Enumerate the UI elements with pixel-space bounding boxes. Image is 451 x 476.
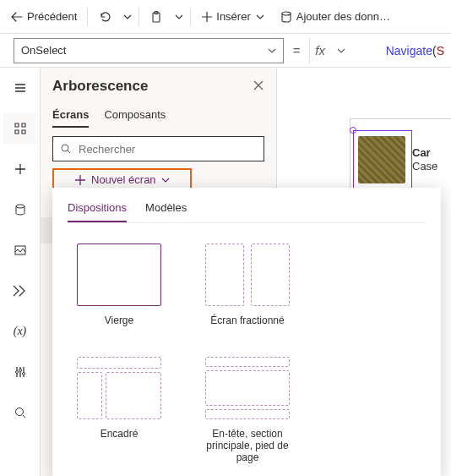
layout-label: Écran fractionné	[210, 315, 284, 326]
separator	[190, 8, 191, 26]
layout-thumb-hmf	[205, 357, 290, 419]
svg-point-9	[62, 145, 68, 151]
formula-arg: S	[437, 44, 444, 57]
clipboard-icon	[149, 10, 163, 24]
undo-menu-button[interactable]	[120, 3, 135, 30]
svg-point-3	[16, 205, 24, 208]
layout-thumb-sidebar	[77, 357, 161, 419]
rail-insert[interactable]	[3, 154, 37, 184]
separator	[87, 8, 88, 26]
rail-variables[interactable]: (x)	[3, 316, 37, 347]
chevron-down-icon	[175, 13, 183, 21]
search-icon	[60, 143, 72, 155]
equals-label: =	[291, 43, 302, 57]
rail-power-automate[interactable]	[3, 276, 37, 306]
rail-data[interactable]	[3, 194, 37, 225]
layout-label: En-tête, section principale, pied de pag…	[203, 428, 292, 463]
paste-menu-button[interactable]	[171, 3, 187, 30]
layout-thumb-split	[205, 243, 290, 306]
chevron-down-icon	[268, 47, 276, 55]
formula-bar: OnSelect = fx Navigate(S	[0, 34, 451, 68]
tab-templates[interactable]: Modèles	[145, 196, 187, 222]
rail-advanced-tools[interactable]	[3, 357, 37, 387]
plus-icon	[201, 11, 213, 23]
layout-grid: Vierge Écran fractionné Encadré En-tête,…	[68, 223, 426, 463]
undo-icon	[98, 10, 111, 24]
rail-media[interactable]	[3, 235, 37, 265]
chevron-down-icon[interactable]	[337, 47, 350, 55]
svg-point-5	[15, 371, 18, 374]
search-input[interactable]	[52, 136, 264, 161]
command-bar: Précédent Insérer Ajouter de	[0, 0, 451, 34]
gallery-item-selected[interactable]: CarCase	[358, 127, 451, 193]
chevron-down-icon	[256, 13, 264, 21]
tree-title: Arborescence	[52, 78, 148, 95]
property-select[interactable]: OnSelect	[14, 38, 284, 63]
svg-point-8	[15, 408, 23, 416]
layout-blank[interactable]: Vierge	[74, 243, 164, 326]
tree-tabs: Écrans Composants	[41, 98, 276, 128]
back-label: Précédent	[27, 10, 77, 23]
tab-components[interactable]: Composants	[104, 103, 166, 128]
tab-layouts[interactable]: Dispositions	[68, 196, 127, 222]
svg-point-6	[19, 369, 21, 372]
rail-search[interactable]	[3, 397, 37, 428]
selection-outline	[353, 130, 412, 189]
separator	[139, 8, 139, 26]
add-data-label: Ajouter des donn…	[296, 10, 390, 23]
layout-header-main-footer[interactable]: En-tête, section principale, pied de pag…	[203, 357, 292, 463]
formula-input[interactable]: Navigate(S	[357, 30, 444, 71]
plus-icon	[74, 174, 86, 186]
data-icon	[280, 10, 293, 24]
add-data-button[interactable]: Ajouter des donn…	[273, 3, 397, 30]
new-screen-flyout: Dispositions Modèles Vierge Écran fracti…	[52, 188, 441, 476]
chevron-down-icon	[161, 176, 170, 184]
fx-icon[interactable]: fx	[309, 38, 330, 63]
left-rail: (x)	[0, 68, 41, 476]
svg-point-2	[282, 12, 291, 15]
new-screen-label: Nouvel écran	[91, 173, 156, 186]
formula-fn: Navigate	[386, 44, 432, 57]
new-screen-button[interactable]: Nouvel écran	[66, 170, 178, 189]
layout-label: Vierge	[105, 315, 133, 326]
svg-point-7	[22, 373, 24, 375]
chevron-down-icon	[123, 13, 132, 21]
close-icon[interactable]	[253, 79, 264, 94]
search-field[interactable]	[79, 143, 257, 156]
rail-tree-view[interactable]	[3, 113, 37, 144]
layout-label: Encadré	[101, 428, 139, 440]
tab-screens[interactable]: Écrans	[52, 103, 89, 128]
layout-thumb-blank	[77, 243, 161, 306]
layout-split[interactable]: Écran fractionné	[203, 243, 292, 326]
insert-label: Insérer	[216, 10, 250, 23]
item-text: CarCase	[412, 146, 437, 172]
layout-sidebar[interactable]: Encadré	[74, 357, 164, 463]
rail-hamburger[interactable]	[3, 73, 37, 103]
paste-button[interactable]	[143, 3, 170, 30]
property-value: OnSelect	[21, 44, 66, 57]
arrow-left-icon	[10, 10, 24, 24]
undo-button[interactable]	[91, 3, 118, 30]
back-button[interactable]: Précédent	[3, 3, 84, 30]
flyout-tabs: Dispositions Modèles	[68, 196, 426, 223]
insert-button[interactable]: Insérer	[194, 3, 270, 30]
